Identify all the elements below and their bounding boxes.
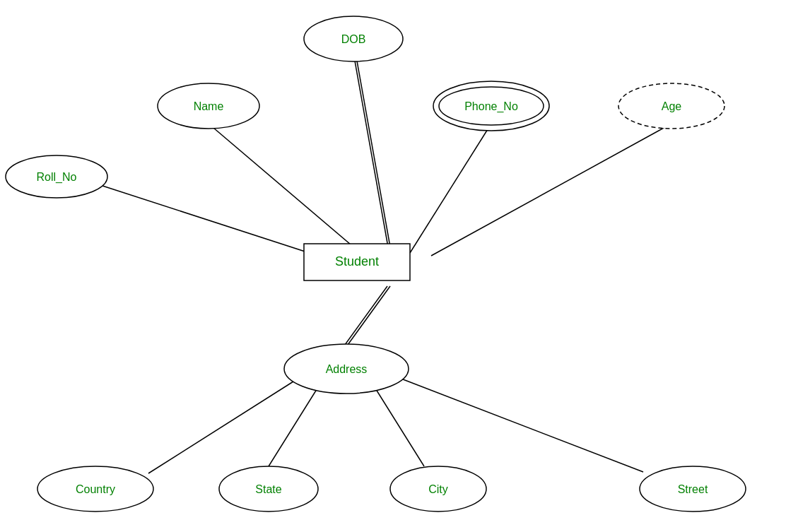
- svg-line-1: [356, 53, 391, 251]
- svg-line-2: [209, 124, 360, 253]
- svg-line-9: [269, 387, 318, 466]
- rollno-label: Roll_No: [37, 171, 77, 184]
- city-label: City: [428, 483, 448, 495]
- address-label: Address: [326, 363, 368, 375]
- street-label: Street: [678, 483, 708, 495]
- name-label: Name: [194, 100, 224, 112]
- svg-line-0: [353, 53, 389, 251]
- svg-line-4: [431, 124, 671, 256]
- dob-label: DOB: [341, 33, 366, 45]
- phone-label: Phone_No: [464, 100, 518, 113]
- svg-line-3: [410, 124, 491, 253]
- age-label: Age: [662, 100, 682, 112]
- state-label: State: [255, 483, 281, 495]
- svg-line-8: [148, 382, 293, 473]
- svg-line-11: [399, 378, 643, 472]
- svg-line-7: [348, 286, 390, 345]
- svg-line-6: [345, 286, 387, 345]
- svg-line-10: [375, 387, 424, 466]
- country-label: Country: [76, 483, 115, 495]
- student-label: Student: [335, 254, 379, 268]
